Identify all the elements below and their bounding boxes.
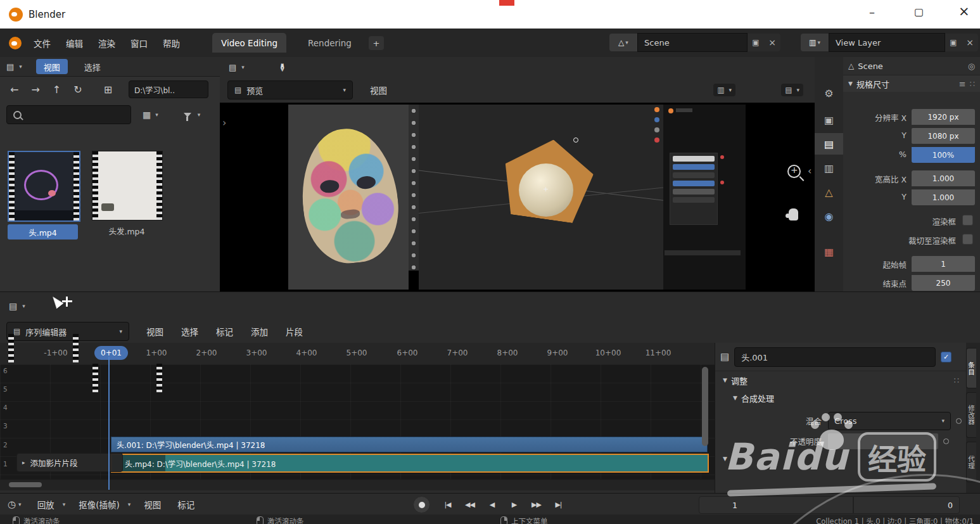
horizontal-scrollbar[interactable] [0,479,715,490]
resolution-percent-slider[interactable]: 100% [912,147,975,163]
tab-texture[interactable]: ▦ [815,241,843,262]
section-collapsed[interactable]: ▼ [715,451,967,466]
close-button[interactable]: × [958,4,970,19]
hand-icon[interactable] [789,208,798,220]
pin-icon[interactable]: ◎ [968,61,975,71]
minimize-button[interactable]: – [869,5,875,18]
menu-marker[interactable]: 标记 [174,498,198,511]
tab-select[interactable]: 选择 [78,61,107,73]
section-compositing[interactable]: ▼ 合成处理 [715,389,967,407]
menu-view[interactable]: 视图 [143,325,167,338]
resolution-x-field[interactable]: 1920 px [912,109,975,125]
parent-dir-button[interactable]: ↑ [53,84,61,96]
resolution-y-field[interactable]: 1080 px [912,128,975,144]
viewlayer-name-field[interactable]: View Layer [829,33,945,52]
timeline-tracks[interactable]: 6 5 4 3 2 1 头.001: D:\学习\blender\头.mp4 |… [0,364,715,479]
crop-to-border-checkbox[interactable] [962,234,973,245]
menu-help[interactable]: 帮助 [160,37,183,49]
tab-render[interactable]: ▣ [815,109,843,131]
viewlayer-remove-button[interactable]: × [962,34,978,51]
playback-dropdown[interactable]: 回放 ▾ [34,498,66,511]
menu-marker[interactable]: 标记 [213,325,236,338]
vertical-scrollbar[interactable] [702,367,708,446]
render-border-checkbox[interactable] [962,215,973,226]
display-mode-dropdown[interactable]: ▦ ▾ [143,110,158,120]
frame-end-field[interactable]: 250 [912,275,975,291]
current-frame-badge[interactable]: 0+01 [94,346,128,360]
menu-select[interactable]: 选择 [178,325,201,338]
menu-view[interactable]: 视图 [141,498,164,511]
editor-type-icon[interactable]: ▤ [9,301,17,311]
frame-start-field[interactable]: 1 [912,256,975,272]
section-dimensions[interactable]: ▼ 规格尺寸 ≡ ∷ [843,75,980,92]
gizmo-dropdown[interactable]: ▤ ▾ [781,84,803,96]
back-button[interactable]: ← [10,84,18,96]
overlay-dropdown[interactable]: ▥ ▾ [713,84,735,96]
sidebar-tab-modifiers[interactable]: 修改器 [966,392,976,438]
file-item[interactable]: 头发.mp4 [92,151,162,238]
viewlayer-datablock-button[interactable]: ▥ ▾ [801,34,829,51]
workspace-tab-video-editing[interactable]: Video Editing [212,33,286,53]
editor-type-icon[interactable]: ▤ [6,62,14,72]
tab-tool[interactable]: ⚙ [815,82,843,104]
tab-world[interactable]: ◉ [815,205,843,227]
blend-mode-dropdown[interactable]: Cross ▾ [828,412,951,430]
menu-strip[interactable]: 片段 [283,325,306,338]
new-folder-button[interactable]: ⊞ [104,84,112,96]
presets-icon[interactable]: ≡ [959,79,966,89]
scene-datablock-button[interactable]: △ ▾ [609,34,637,51]
strip-movie-selected[interactable]: 头.mp4: D:\学习\blender\头.mp4 | 37218 [111,454,709,473]
menu-file[interactable]: 文件 [30,37,54,49]
next-keyframe-button[interactable]: ▶▶ [528,501,545,509]
tab-output[interactable]: ▤ [815,133,843,155]
play-reverse-button[interactable]: ◀ [483,501,500,509]
record-button[interactable] [413,496,430,513]
collapse-right-icon[interactable]: › [222,117,226,129]
tab-view[interactable]: 视图 [36,59,68,74]
timeline-ruler[interactable]: -1+00 0+01 1+00 2+00 3+00 4+00 5+00 6+00… [0,343,715,365]
menu-add[interactable]: 添加 [248,325,271,338]
filter-dropdown[interactable]: ▾ [184,112,201,118]
file-item-selected[interactable]: 头.mp4 [8,151,78,240]
scene-name-field[interactable]: Scene [637,33,748,52]
strip-mute-checkbox[interactable]: ✓ [941,352,951,362]
current-frame-field[interactable]: 1 [699,496,853,514]
scene-copy-button[interactable]: ▣ [748,34,764,51]
editor-type-icon[interactable]: ▤ [229,63,236,72]
keyframe-dot-icon[interactable] [943,438,949,444]
forward-button[interactable]: → [31,84,39,96]
sidebar-tab-proxy[interactable]: 代理 [966,442,976,482]
aspect-y-field[interactable]: 1.000 [912,189,975,205]
menu-edit[interactable]: 编辑 [63,37,86,49]
prev-keyframe-button[interactable]: ◀◀ [461,501,478,509]
keyframe-dot-icon[interactable] [956,418,962,424]
strip-effect[interactable]: 头.001: D:\学习\blender\头.mp4 | 37218 [111,437,708,452]
playhead[interactable] [108,357,110,490]
tab-view-layer[interactable]: ▥ [815,157,843,179]
clock-icon[interactable]: ◷ [8,499,16,510]
search-input[interactable] [6,105,131,124]
strip-name-field[interactable]: 头.001 [734,347,936,367]
play-button[interactable]: ▶ [506,501,523,509]
zoom-icon[interactable] [787,165,801,178]
collapse-left-icon[interactable]: ‹ [808,165,811,177]
refresh-button[interactable]: ↻ [73,84,82,96]
eyedropper-icon[interactable]: ✒ [276,62,289,72]
sidebar-tab-strip-item[interactable]: 条目 [966,348,976,388]
workspace-tab-rendering[interactable]: Rendering [299,33,360,53]
operator-panel[interactable]: ▸ 添加影片片段 [16,453,123,472]
menu-view[interactable]: 视图 [367,84,390,96]
opacity-slider[interactable] [828,433,938,449]
add-workspace-button[interactable]: + [369,36,384,50]
menu-window[interactable]: 窗口 [127,37,151,49]
frame-range-field[interactable]: 0 [853,496,960,514]
viewlayer-copy-button[interactable]: ▣ [945,34,962,51]
sequencer-mode-dropdown[interactable]: ▤ 序列编辑器 ▾ [6,322,129,341]
aspect-x-field[interactable]: 1.000 [912,170,975,186]
scene-unlink-button[interactable]: × [764,34,780,51]
menu-render[interactable]: 渲染 [95,37,118,49]
jump-to-end-button[interactable]: ▶| [550,501,567,509]
keying-dropdown[interactable]: 抠像(插帧) ▾ [75,498,130,511]
tab-scene[interactable]: △ [815,181,843,203]
section-adjust[interactable]: ▼ 调整 ∷ [715,371,967,389]
